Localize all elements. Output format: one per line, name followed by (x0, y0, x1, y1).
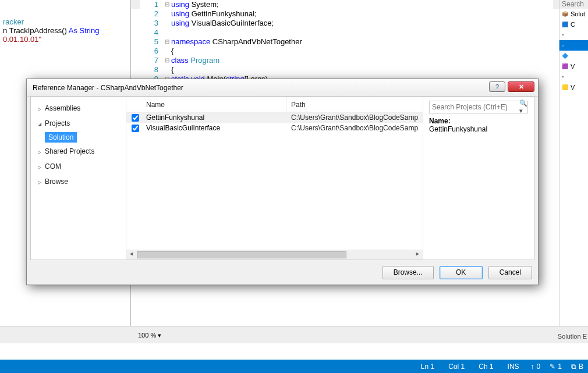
projects-list-pane: Name Path GettinFunkyshunalC:\Users\Gran… (126, 97, 423, 260)
project-checkbox[interactable] (132, 125, 139, 132)
details-name-value: GettinFunkyshunal (429, 125, 528, 133)
chevron-right-icon (38, 179, 41, 185)
status-col: Col 1 (441, 363, 472, 371)
ok-button[interactable]: OK (440, 266, 483, 279)
sidebar-solution[interactable]: Solution (45, 132, 77, 143)
details-name-label: Name: (429, 117, 528, 125)
sidebar-shared[interactable]: Shared Projects (31, 144, 126, 159)
details-pane: 🔍▾ Name: GettinFunkyshunal (423, 97, 534, 260)
status-bar: Ln 1 Col 1 Ch 1 INS ↑ 0 ✎ 1 ⧉ B (0, 360, 588, 373)
chevron-right-icon (38, 148, 41, 155)
project-row[interactable]: VisualBasicGuiInterfaceC:\Users\Grant\Sa… (126, 123, 423, 133)
sidebar-projects[interactable]: Projects (31, 116, 126, 131)
solution-explorer[interactable]: 📦Solut🟦C▫▫🔷🟪V▫🟨V (559, 9, 588, 326)
solution-tree-item[interactable]: 🔷 (559, 51, 588, 61)
close-button[interactable]: ✕ (508, 81, 534, 92)
solution-explorer-label: Solution E (558, 333, 587, 340)
status-publish[interactable]: ↑ 0 (526, 363, 546, 371)
code-token: TrackIpAddress() (9, 26, 69, 35)
sidebar-browse[interactable]: Browse (31, 174, 126, 189)
code-token: 0.01.10.01" (3, 35, 41, 44)
solution-tree-item[interactable]: 🟨V (559, 82, 588, 93)
dialog-sidebar: Assemblies Projects Solution Shared Proj… (31, 97, 126, 260)
column-path[interactable]: Path (286, 101, 306, 109)
list-header: Name Path (126, 97, 423, 112)
search-projects[interactable]: 🔍▾ (429, 101, 528, 113)
list-rows: GettinFunkyshunalC:\Users\Grant\Sandbox\… (126, 112, 423, 250)
chevron-down-icon (38, 120, 41, 127)
dialog-footer: Browse... OK Cancel (382, 264, 532, 281)
status-ins: INS (501, 363, 526, 371)
dialog-body: Assemblies Projects Solution Shared Proj… (30, 97, 534, 260)
editor-footer (0, 326, 588, 343)
solution-tree-item[interactable]: ▫ (559, 72, 588, 82)
sidebar-com[interactable]: COM (31, 159, 126, 174)
search-input[interactable] (432, 103, 519, 111)
solution-tree-item[interactable]: 🟦C (559, 19, 588, 30)
dialog-title: Reference Manager - CSharpAndVbNetTogeth… (33, 84, 183, 92)
solution-tree-item[interactable]: 📦Solut (559, 9, 588, 19)
code-token: racker (3, 17, 24, 26)
search-icon: 🔍▾ (519, 100, 527, 115)
dialog-titlebar[interactable]: Reference Manager - CSharpAndVbNetTogeth… (27, 79, 538, 97)
help-button[interactable]: ? (489, 81, 505, 92)
cancel-button[interactable]: Cancel (488, 266, 532, 279)
reference-manager-dialog: Reference Manager - CSharpAndVbNetTogeth… (26, 79, 539, 285)
project-row[interactable]: GettinFunkyshunalC:\Users\Grant\Sandbox\… (126, 112, 423, 123)
browse-button[interactable]: Browse... (382, 266, 434, 279)
solution-tree-item[interactable]: ▫ (559, 40, 588, 51)
zoom-level[interactable]: 100 % ▾ (138, 332, 161, 339)
status-branch[interactable]: ⧉ B (566, 363, 588, 371)
scrollbar-thumb[interactable] (137, 251, 346, 258)
code-token: n (3, 26, 9, 35)
chevron-right-icon (38, 105, 41, 112)
column-name[interactable]: Name (144, 97, 286, 112)
status-changes[interactable]: ✎ 1 (545, 363, 566, 371)
code-token: As String (69, 26, 100, 35)
solution-tree-item[interactable]: 🟪V (559, 61, 588, 72)
horizontal-scrollbar[interactable] (126, 250, 423, 260)
chevron-right-icon (38, 164, 41, 170)
status-line: Ln 1 (414, 363, 441, 371)
solution-tree-item[interactable]: ▫ (559, 30, 588, 40)
status-ch: Ch 1 (472, 363, 500, 371)
project-checkbox[interactable] (132, 114, 139, 122)
sidebar-assemblies[interactable]: Assemblies (31, 101, 126, 116)
